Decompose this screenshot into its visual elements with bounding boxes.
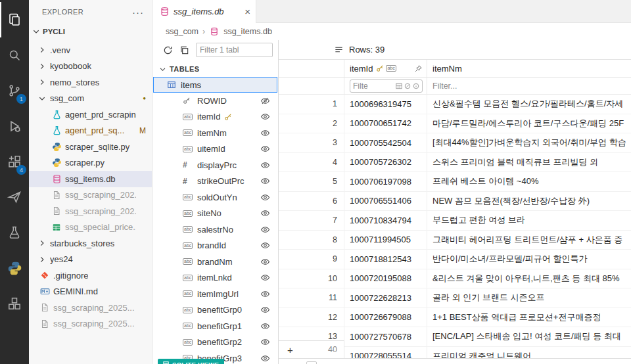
tables-section-header[interactable]: TABLES [152, 62, 278, 76]
table-row[interactable]: 81000711994505그래비티 헤어리프팅 트리트먼트/샴푸 + 사은품 … [279, 231, 631, 250]
cell-itemnm[interactable]: [ENC/LAP] 스타배송 입고! 여성 코트/패딩 등 최대 [427, 327, 631, 346]
explorer-item-ssg-com[interactable]: ssg_com● [29, 91, 152, 107]
cell-itemnm[interactable]: 신상&필수템 모음전 헬스/요가/필라테스/홈트/자세 [427, 95, 631, 114]
ellipsis-icon[interactable]: ··· [132, 7, 144, 18]
table-items[interactable]: items [153, 77, 277, 93]
breadcrumb-folder[interactable]: ssg_com [166, 27, 199, 36]
column-salestrno[interactable]: abcsalestrNo [152, 221, 278, 238]
cell-itemnm[interactable]: 마담/루드밀라/에스투리아 코트/구스다운/패딩 25F [427, 114, 631, 133]
refresh-icon[interactable] [163, 45, 173, 55]
workspace-section[interactable]: PYCLI [29, 24, 152, 39]
column-itemid[interactable]: abcitemId [152, 109, 278, 125]
cell-itemnm[interactable]: 프레쉬 베스트 아이템 ~40% [427, 172, 631, 191]
eye-icon[interactable] [260, 225, 270, 235]
eye-icon[interactable] [260, 128, 270, 138]
column-rowid[interactable]: ROWID [152, 93, 278, 109]
cell-itemnm[interactable]: 그래비티 헤어리프팅 트리트먼트/샴푸 + 사은품 증 [427, 231, 631, 250]
activity-explorer[interactable] [0, 2, 29, 37]
cell-itemnm[interactable]: 부드럽고 편한 여성 브라 [427, 211, 631, 230]
explorer-item-ssg-scraping-202[interactable]: ssg_scraping_202... [29, 187, 152, 204]
column-benefitgrp0[interactable]: abcbenefitGrp0 [152, 302, 278, 319]
explorer-item-gemini-md[interactable]: GEMINI.md [29, 284, 152, 300]
eye-icon[interactable] [260, 160, 270, 170]
cell-itemnm[interactable]: NEW 꼼므 모음전(책장/선반장/수납장 外) [427, 192, 631, 211]
explorer-item-gitignore[interactable]: .gitignore [29, 267, 152, 284]
tab-ssg-items-db[interactable]: ssg_items.db × [152, 0, 256, 23]
cell-itemid[interactable]: 1000706197098 [344, 172, 427, 191]
eye-icon[interactable] [260, 193, 270, 202]
cell-itemnm[interactable]: 스위스 프리미엄 블럭 매직큐브 프리빌딩 외 [427, 153, 631, 172]
table-row[interactable]: 91000718812543반다이/미소녀/프라모델/피규어 할인특가 [279, 250, 631, 269]
activity-source-control[interactable]: 1 [0, 73, 29, 108]
close-icon[interactable]: × [245, 7, 250, 16]
cell-itemnm[interactable]: &리스트 겨울 맞이 아우터,니트,팬츠 등 최대 85% [427, 269, 631, 288]
column-benefitgrp1[interactable]: abcbenefitGrp1 [152, 318, 278, 334]
eye-icon[interactable] [260, 353, 270, 363]
eye-icon[interactable] [260, 144, 270, 154]
cell-itemid[interactable]: 1000720195088 [344, 269, 427, 288]
cell-itemid[interactable]: 1000722628213 [344, 288, 427, 307]
column-brandnm[interactable]: abcbrandNm [152, 254, 278, 270]
tables-filter-input[interactable] [196, 43, 273, 57]
table-row[interactable]: 111000722628213골라 외 인기 브랜드 시즌오프 [279, 288, 631, 308]
activity-chat[interactable] [0, 179, 29, 215]
eye-icon[interactable] [260, 337, 270, 347]
explorer-item-scraper-py[interactable]: scraper.py [29, 155, 152, 171]
table-row[interactable]: 11000696319475신상&필수템 모음전 헬스/요가/필라테스/홈트/자… [279, 95, 631, 114]
eye-icon[interactable] [260, 305, 270, 315]
header-itemnm[interactable]: itemNm [427, 60, 631, 77]
explorer-item-ssg-items-db[interactable]: ssg_items.db [29, 171, 152, 187]
explorer-item-ssg-scraping-2025[interactable]: ssg_scraping_2025... [29, 316, 152, 332]
cell-itemid[interactable]: 1000711994505 [344, 231, 427, 250]
table-row[interactable]: 71000710834794부드럽고 편한 여성 브라 [279, 211, 631, 231]
table-row[interactable]: 61000706551406NEW 꼼므 모음전(책장/선반장/수납장 外) [279, 192, 631, 212]
explorer-item-agent-prd-scrapin[interactable]: agent_prd_scrapin... [29, 106, 152, 123]
eye-icon[interactable] [260, 112, 270, 122]
activity-testing[interactable] [0, 215, 29, 250]
column-itemimgurl[interactable]: abcitemImgUrl [152, 286, 278, 302]
column-brandid[interactable]: abcbrandId [152, 238, 278, 254]
explorer-item-agent-prd-sq[interactable]: agent_prd_sq...M [29, 123, 152, 139]
column-siteno[interactable]: abcsiteNo [152, 206, 278, 222]
list-icon[interactable] [334, 45, 344, 55]
column-benefitgrp2[interactable]: abcbenefitGrp2 [152, 334, 278, 351]
explorer-item-nemo-stores[interactable]: nemo_stores [29, 74, 152, 91]
table-row[interactable]: 51000706197098프레쉬 베스트 아이템 ~40% [279, 172, 631, 192]
cell-itemnm[interactable]: [최대44%할인]가벼운학습지 외국어/취미/부업 학습 [427, 133, 631, 152]
filter-grid-icon[interactable] [396, 83, 402, 89]
itemnm-filter-input[interactable]: Filter... [432, 81, 457, 91]
filter-info-icon[interactable] [413, 83, 419, 89]
cell-itemnm[interactable]: 골라 외 인기 브랜드 시즌오프 [427, 288, 631, 307]
activity-run-debug[interactable] [0, 108, 29, 144]
explorer-item-ssg-scraping-2025[interactable]: ssg_scraping_2025... [29, 300, 152, 316]
pin-icon[interactable] [414, 64, 423, 73]
cell-itemid[interactable]: 1000700651742 [344, 114, 427, 133]
itemid-filter-input[interactable]: Filte [350, 80, 423, 93]
column-strikeoutprc[interactable]: #strikeOutPrc [152, 173, 278, 190]
column-uitemid[interactable]: abcuitemId [152, 141, 278, 158]
cell-itemid[interactable]: 1000710834794 [344, 211, 427, 230]
eye-icon[interactable] [260, 240, 270, 250]
cell-itemid[interactable]: 1000705542504 [344, 133, 427, 152]
eye-icon[interactable] [260, 321, 270, 331]
table-row[interactable]: 101000720195088&리스트 겨울 맞이 아우터,니트,팬츠 등 최대… [279, 269, 631, 289]
column-soldoutyn[interactable]: abcsoldOutYn [152, 189, 278, 206]
explorer-item-starbucks-stores[interactable]: starbucks_stores [29, 235, 152, 252]
activity-search[interactable] [0, 37, 29, 73]
cell-itemnm[interactable]: 반다이/미소녀/프라모델/피규어 할인특가 [427, 250, 631, 269]
cell-itemid[interactable]: 1000705726302 [344, 153, 427, 172]
copy-icon[interactable] [179, 45, 189, 55]
cell-itemid[interactable]: 1000696319475 [344, 95, 427, 114]
activity-extensions[interactable]: 4 [0, 144, 29, 179]
table-row[interactable]: 21000700651742마담/루드밀라/에스투리아 코트/구스다운/패딩 2… [279, 114, 631, 134]
cell-itemid[interactable]: 1000727570678 [344, 327, 427, 346]
eye-icon[interactable] [260, 289, 270, 299]
explorer-item-scraper-sqlite-py[interactable]: scraper_sqlite.py [29, 139, 152, 155]
header-itemid[interactable]: itemId abc [344, 60, 427, 77]
table-row[interactable]: 41000705726302스위스 프리미엄 블럭 매직큐브 프리빌딩 외 [279, 153, 631, 173]
eye-off-icon[interactable] [260, 96, 270, 106]
eye-icon[interactable] [260, 257, 270, 267]
table-row[interactable]: 31000705542504[최대44%할인]가벼운학습지 외국어/취미/부업 … [279, 133, 631, 153]
column-itemlnkd[interactable]: abcitemLnkd [152, 270, 278, 286]
cell-itemid[interactable]: 1000706551406 [344, 192, 427, 211]
